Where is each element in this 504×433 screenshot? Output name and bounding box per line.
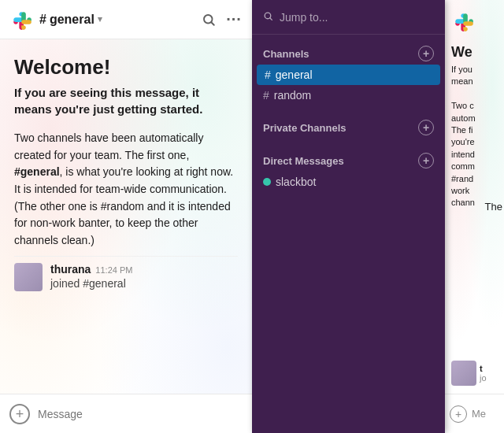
main-chat-panel: # general ▾ ··· Welcome! If you are seei… [0,0,252,433]
more-options-button[interactable]: ··· [225,11,243,28]
sidebar-item-slackbot[interactable]: slackbot [252,172,445,192]
right-add-button[interactable]: + [450,405,467,423]
sidebar-item-random[interactable]: # random [252,85,445,105]
channel-title[interactable]: # general ▾ [39,13,102,27]
channels-section: Channels + # general # random [252,35,445,109]
slackbot-label: slackbot [276,176,316,188]
sidebar-search[interactable]: Jump to... [252,0,445,35]
search-button[interactable] [200,11,217,28]
add-channel-button[interactable]: + [418,46,434,61]
message-text: joined #general [50,277,132,290]
welcome-title: Welcome! [14,55,238,80]
svg-line-3 [270,18,272,20]
welcome-subtitle: If you are seeing this message, it means… [14,84,238,117]
sidebar-search-icon [263,11,273,24]
direct-messages-header[interactable]: Direct Messages + [252,150,445,172]
private-channels-header[interactable]: Private Channels + [252,117,445,139]
channel-random-label: random [274,89,311,102]
right-avatar-row: t jo [451,361,498,386]
right-bottom-area: t jo [445,361,504,386]
right-input-placeholder: Me [472,408,486,420]
hash-icon: # [263,89,269,102]
user-avatar [14,263,43,291]
direct-messages-label: Direct Messages [263,155,344,167]
add-dm-button[interactable]: + [418,153,434,168]
add-attachment-button[interactable]: + [9,404,30,424]
jump-to-label: Jump to... [280,11,328,24]
message-timestamp: 11:24 PM [95,265,132,275]
chevron-down-icon: ▾ [98,14,102,24]
hash-prefix: # [39,13,46,27]
hash-icon: # [265,68,271,81]
direct-messages-section: Direct Messages + slackbot [252,142,445,195]
the-text-partial: The [485,201,502,213]
welcome-body: Two channels have been automatically cre… [14,130,238,250]
right-input-area: + Me [445,394,504,433]
channels-section-header[interactable]: Channels + [252,43,445,65]
right-content-area: We If you mean Two c autom The fi you're… [445,0,504,209]
right-join-partial: jo [480,373,487,383]
message-row: thurana 11:24 PM joined #general [14,256,238,298]
message-input[interactable] [38,408,243,420]
online-status-dot [263,178,271,186]
message-author: thurana [50,263,91,276]
private-channels-label: Private Channels [263,122,346,134]
channel-general-label: general [276,68,313,81]
message-input-area: + [0,394,252,433]
right-welcome-partial: We [451,44,498,61]
message-body: thurana 11:24 PM joined #general [50,263,132,290]
right-user-avatar [451,361,476,386]
chat-header: # general ▾ ··· [0,0,252,39]
sidebar-item-general[interactable]: # general [257,65,440,85]
right-panel-partial: We If you mean Two c autom The fi you're… [445,0,504,433]
slack-logo-icon [9,8,33,31]
chat-content-area: Welcome! If you are seeing this message,… [0,39,252,394]
right-author-partial: t [480,364,487,373]
channels-label: Channels [263,48,309,60]
svg-line-1 [211,22,213,24]
private-channels-section: Private Channels + [252,109,445,142]
right-text-partial: If you mean Two c autom The fi you're in… [451,64,498,209]
channel-sidebar: Jump to... Channels + # general # random… [252,0,445,433]
add-private-channel-button[interactable]: + [418,120,434,135]
